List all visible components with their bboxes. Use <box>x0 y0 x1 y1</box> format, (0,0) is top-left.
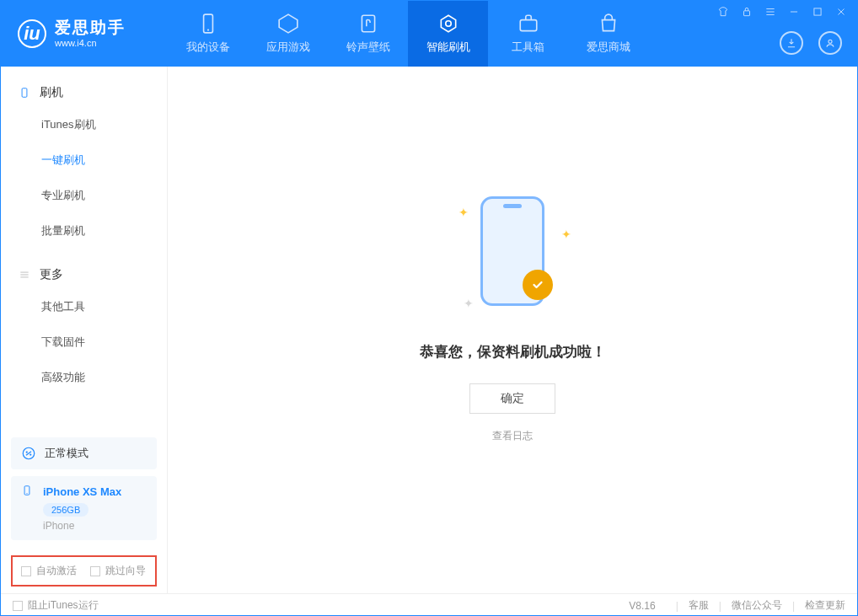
svg-rect-8 <box>22 88 27 98</box>
tab-store[interactable]: 爱思商城 <box>568 1 648 67</box>
check-badge-icon <box>523 270 553 300</box>
sidebar-item-batch-flash[interactable]: 批量刷机 <box>1 213 167 249</box>
device-storage-badge: 256GB <box>43 503 88 517</box>
svg-point-1 <box>206 29 208 31</box>
tab-label: 爱思商城 <box>587 40 630 55</box>
download-button[interactable] <box>780 31 803 55</box>
sidebar-item-itunes-flash[interactable]: iTunes刷机 <box>1 107 167 142</box>
main-content: ✦ ✦ ✦ 恭喜您，保资料刷机成功啦！ 确定 查看日志 <box>168 67 857 593</box>
tab-apps-games[interactable]: 应用游戏 <box>248 1 328 67</box>
sidebar-section-title: 刷机 <box>40 85 63 100</box>
svg-rect-4 <box>520 20 537 31</box>
maximize-button[interactable] <box>812 6 823 18</box>
svg-point-11 <box>29 453 31 455</box>
sidebar-section-title: 更多 <box>40 267 63 282</box>
checkbox-skip-guide[interactable]: 跳过向导 <box>90 564 146 578</box>
check-update-link[interactable]: 检查更新 <box>805 598 845 613</box>
svg-point-7 <box>829 40 832 43</box>
tab-smart-flash[interactable]: 智能刷机 <box>408 1 488 67</box>
header: iu 爱思助手 www.i4.cn 我的设备 应用游戏 铃声壁纸 智能刷机 工具… <box>1 1 857 67</box>
tab-label: 铃声壁纸 <box>346 40 390 55</box>
checkbox-label: 自动激活 <box>36 564 77 578</box>
success-illustration: ✦ ✦ ✦ <box>437 184 588 319</box>
sidebar-item-pro-flash[interactable]: 专业刷机 <box>1 178 167 213</box>
svg-rect-2 <box>362 15 374 32</box>
support-link[interactable]: 客服 <box>689 598 709 613</box>
checkbox-label: 跳过向导 <box>105 564 146 578</box>
tab-label: 智能刷机 <box>426 40 470 55</box>
menu-icon[interactable] <box>764 6 776 18</box>
header-right <box>780 31 842 55</box>
logo-area: iu 爱思助手 www.i4.cn <box>1 19 168 49</box>
bottom-options-box: 自动激活 跳过向导 <box>11 555 157 587</box>
sparkle-icon: ✦ <box>458 206 469 219</box>
tab-label: 工具箱 <box>512 40 544 55</box>
sidebar-item-one-click-flash[interactable]: 一键刷机 <box>1 142 167 178</box>
checkbox-label: 阻止iTunes运行 <box>28 598 99 613</box>
version-label: V8.16 <box>629 600 655 612</box>
success-message: 恭喜您，保资料刷机成功啦！ <box>420 342 606 362</box>
window-controls <box>717 6 847 18</box>
user-button[interactable] <box>818 31 842 55</box>
sidebar-item-advanced[interactable]: 高级功能 <box>1 360 167 395</box>
checkbox-icon <box>13 601 23 611</box>
lock-icon[interactable] <box>741 6 753 18</box>
mode-icon <box>21 446 36 461</box>
app-title: 爱思助手 <box>55 19 126 38</box>
sidebar-section-flash: 刷机 <box>1 78 167 107</box>
tab-label: 我的设备 <box>186 40 230 55</box>
ok-button[interactable]: 确定 <box>469 383 555 414</box>
device-icon <box>18 86 31 99</box>
checkbox-icon <box>90 566 100 576</box>
tab-toolbox[interactable]: 工具箱 <box>488 1 568 67</box>
app-subtitle: www.i4.cn <box>55 38 126 49</box>
top-tabs: 我的设备 应用游戏 铃声壁纸 智能刷机 工具箱 爱思商城 <box>168 1 648 67</box>
device-name: iPhone XS Max <box>43 485 121 498</box>
sidebar-item-download-firmware[interactable]: 下载固件 <box>1 324 167 360</box>
svg-rect-5 <box>744 11 750 16</box>
svg-point-13 <box>26 493 27 494</box>
svg-point-10 <box>26 451 28 453</box>
close-button[interactable] <box>835 6 847 18</box>
tab-label: 应用游戏 <box>266 40 310 55</box>
checkbox-icon <box>21 566 31 576</box>
footer: 阻止iTunes运行 V8.16 | 客服 | 微信公众号 | 检查更新 <box>1 593 857 616</box>
more-icon <box>18 268 31 281</box>
sidebar-section-more: 更多 <box>1 260 167 289</box>
device-type: iPhone <box>43 520 147 532</box>
sidebar: 刷机 iTunes刷机 一键刷机 专业刷机 批量刷机 更多 其他工具 下载固件 … <box>1 67 168 593</box>
checkbox-auto-activate[interactable]: 自动激活 <box>21 564 77 578</box>
sparkle-icon: ✦ <box>464 297 474 310</box>
tab-my-device[interactable]: 我的设备 <box>168 1 248 67</box>
sparkle-icon: ✦ <box>561 228 571 241</box>
wechat-link[interactable]: 微信公众号 <box>732 598 782 613</box>
view-log-link[interactable]: 查看日志 <box>492 429 533 443</box>
tab-ringtones-wallpapers[interactable]: 铃声壁纸 <box>328 1 408 67</box>
minimize-button[interactable] <box>788 6 800 18</box>
checkbox-block-itunes[interactable]: 阻止iTunes运行 <box>13 598 99 613</box>
mode-label: 正常模式 <box>45 446 88 461</box>
svg-rect-6 <box>814 8 821 15</box>
svg-point-3 <box>445 21 451 27</box>
phone-icon <box>21 485 35 498</box>
device-box[interactable]: iPhone XS Max 256GB iPhone <box>11 476 157 540</box>
shirt-icon[interactable] <box>717 6 729 18</box>
mode-box[interactable]: 正常模式 <box>11 437 157 469</box>
sidebar-item-other-tools[interactable]: 其他工具 <box>1 289 167 324</box>
logo-icon: iu <box>18 19 46 48</box>
